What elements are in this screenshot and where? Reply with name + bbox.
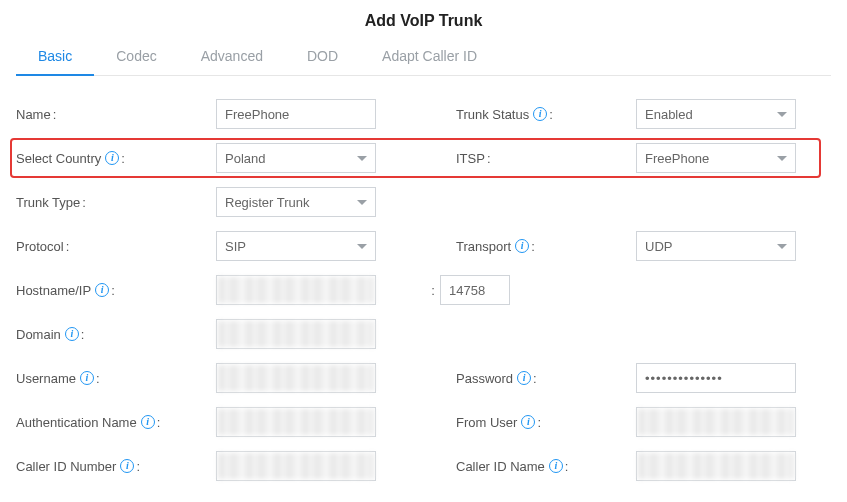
info-icon[interactable]: i [120,459,134,473]
trunk-status-select[interactable]: Enabled [636,99,796,129]
info-icon[interactable]: i [65,327,79,341]
hostname-ip-input[interactable] [216,275,376,305]
chevron-down-icon [777,244,787,249]
tab-dod[interactable]: DOD [285,38,360,75]
label-name: Name [16,107,51,122]
tab-adapt-caller-id[interactable]: Adapt Caller ID [360,38,499,75]
label-select-country: Select Country [16,151,101,166]
trunk-status-value: Enabled [645,107,693,122]
caller-id-number-input[interactable] [216,451,376,481]
label-transport: Transport [456,239,511,254]
chevron-down-icon [357,244,367,249]
password-input[interactable]: •••••••••••••• [636,363,796,393]
tab-codec[interactable]: Codec [94,38,178,75]
chevron-down-icon [357,156,367,161]
label-trunk-type: Trunk Type [16,195,80,210]
chevron-down-icon [777,112,787,117]
info-icon[interactable]: i [105,151,119,165]
chevron-down-icon [357,200,367,205]
port-separator: : [431,283,435,298]
info-icon[interactable]: i [549,459,563,473]
trunk-type-select[interactable]: Register Trunk [216,187,376,217]
chevron-down-icon [777,156,787,161]
transport-select[interactable]: UDP [636,231,796,261]
label-auth-name: Authentication Name [16,415,137,430]
info-icon[interactable]: i [80,371,94,385]
info-icon[interactable]: i [533,107,547,121]
form-basic: Name: Trunk Status i : Enabled Sel [16,76,831,502]
select-country-value: Poland [225,151,265,166]
page-title: Add VoIP Trunk [16,12,831,30]
trunk-type-value: Register Trunk [225,195,310,210]
username-input[interactable] [216,363,376,393]
domain-input[interactable] [216,319,376,349]
label-password: Password [456,371,513,386]
label-trunk-status: Trunk Status [456,107,529,122]
info-icon[interactable]: i [517,371,531,385]
label-caller-id-name: Caller ID Name [456,459,545,474]
name-input[interactable] [216,99,376,129]
tabs: Basic Codec Advanced DOD Adapt Caller ID [16,38,831,76]
label-hostname-ip: Hostname/IP [16,283,91,298]
tab-advanced[interactable]: Advanced [179,38,285,75]
auth-name-input[interactable] [216,407,376,437]
transport-value: UDP [645,239,672,254]
label-itsp: ITSP [456,151,485,166]
from-user-input[interactable] [636,407,796,437]
label-username: Username [16,371,76,386]
info-icon[interactable]: i [141,415,155,429]
port-input[interactable] [440,275,510,305]
label-caller-id-number: Caller ID Number [16,459,116,474]
info-icon[interactable]: i [515,239,529,253]
itsp-select[interactable]: FreePhone [636,143,796,173]
info-icon[interactable]: i [521,415,535,429]
protocol-value: SIP [225,239,246,254]
protocol-select[interactable]: SIP [216,231,376,261]
info-icon[interactable]: i [95,283,109,297]
select-country-select[interactable]: Poland [216,143,376,173]
password-value: •••••••••••••• [645,371,723,386]
label-from-user: From User [456,415,517,430]
tab-basic[interactable]: Basic [16,38,94,76]
label-domain: Domain [16,327,61,342]
caller-id-name-input[interactable] [636,451,796,481]
label-protocol: Protocol [16,239,64,254]
itsp-value: FreePhone [645,151,709,166]
